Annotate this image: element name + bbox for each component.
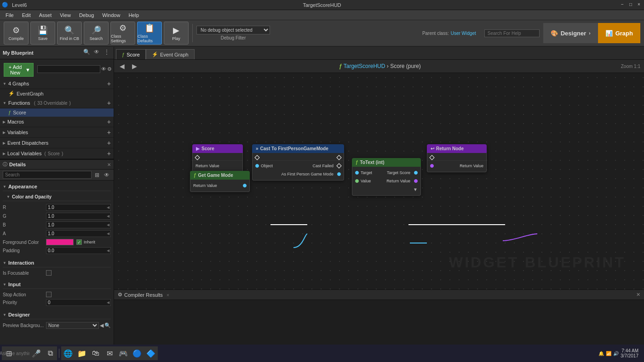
compiler-close-icon[interactable]: ✕ [636, 292, 640, 298]
close-button[interactable]: × [636, 2, 642, 8]
ue4-icon[interactable]: 🎮 [116, 346, 130, 360]
menu-file[interactable]: File [2, 11, 17, 19]
graphs-add-icon[interactable]: + [107, 80, 111, 87]
tab-event-graph[interactable]: ⚡ Event Graph [146, 49, 195, 59]
blueprint-canvas[interactable]: ▶ Score Return Value » Cast To FirstPers… [114, 73, 644, 289]
menu-view[interactable]: View [56, 11, 75, 19]
r-input[interactable]: ◀ [46, 204, 111, 211]
stop-action-checkbox[interactable] [46, 292, 52, 297]
find-in-cb-button[interactable]: 🔍 Find in CB [57, 22, 82, 45]
a-row: A ◀ [3, 229, 111, 238]
back-arrow[interactable]: ◀ [118, 62, 126, 71]
details-search-input[interactable] [3, 171, 92, 179]
ue4-icon-2[interactable]: 🔵 [130, 346, 144, 360]
b-spin-icon[interactable]: ◀ [106, 223, 110, 227]
g-spin-icon[interactable]: ◀ [106, 214, 110, 218]
section-functions[interactable]: Functions ( 33 Overridable ) + [0, 98, 114, 108]
designer-button[interactable]: 🎨 Designer › [543, 23, 598, 43]
search-taskbar-button[interactable] [16, 346, 29, 360]
section-graphs[interactable]: 4 Graphs + [0, 79, 114, 89]
to-text-expand-icon[interactable]: ▼ [413, 187, 418, 192]
section-variables[interactable]: Variables + [0, 127, 114, 138]
preview-bg-search-icon[interactable]: 🔍 [104, 322, 111, 328]
details-grid-icon[interactable]: ⊞ [93, 171, 101, 179]
input-title[interactable]: Input [3, 280, 111, 289]
details-close[interactable]: ✕ [107, 162, 111, 167]
a-spin-icon[interactable]: ◀ [106, 232, 110, 236]
minimize-button[interactable]: − [619, 2, 626, 8]
sidebar-filter-icon[interactable]: ⚙ [107, 66, 112, 72]
compile-button[interactable]: ⚙ Compile [4, 22, 29, 45]
section-local-variables[interactable]: Local Variables ( Score ) + [0, 148, 114, 159]
color-opacity-title[interactable]: Color and Opacity [3, 193, 111, 201]
top-right-area: Parent class: User Widget 🎨 Designer › 📊… [422, 23, 640, 43]
a-input[interactable]: ◀ [46, 230, 111, 237]
menu-edit[interactable]: Edit [18, 11, 34, 19]
menu-window[interactable]: Window [98, 11, 124, 19]
forward-arrow[interactable]: ▶ [130, 62, 139, 71]
details-eye-icon[interactable]: 👁 [103, 171, 111, 179]
section-event-dispatchers[interactable]: Event Dispatchers + [0, 138, 114, 148]
search-help-input[interactable] [484, 29, 540, 37]
interaction-title[interactable]: Interaction [3, 259, 111, 267]
sidebar-search-icon[interactable]: 🔍 [82, 49, 91, 57]
class-defaults-button[interactable]: 📋 Class Defaults [137, 22, 162, 45]
priority-input[interactable]: ◀ [46, 299, 111, 306]
task-view-icon[interactable]: ⧉ [43, 346, 57, 360]
menu-debug[interactable]: Debug [75, 11, 98, 19]
cortana-icon[interactable]: 🎤 [29, 346, 43, 360]
canvas-path-link[interactable]: TargetScoreHUD [344, 63, 385, 69]
priority-spin-icon[interactable]: ◀ [106, 300, 110, 305]
sidebar-eye-icon[interactable]: 👁 [101, 66, 106, 72]
play-button[interactable]: ▶ Play [164, 22, 189, 45]
to-text-node[interactable]: ƒ ToText (int) Target Target Score Value [352, 158, 421, 196]
mail-icon[interactable]: ✉ [103, 346, 116, 360]
functions-add-icon[interactable]: + [107, 99, 111, 107]
notification-icon[interactable]: 🔔 [598, 351, 604, 356]
tab-score[interactable]: ƒ Score [116, 49, 146, 59]
search-button[interactable]: 🔎 Search [84, 22, 109, 45]
extra-icon[interactable]: 🔷 [144, 346, 158, 360]
network-icon: 📶 [606, 351, 611, 356]
graph-button[interactable]: 📊 Graph [598, 23, 640, 43]
padding-spin-icon[interactable]: ◀ [106, 249, 110, 253]
sidebar-item-eventgraph[interactable]: ⚡ EventGraph [0, 89, 114, 98]
inherit-checkbox[interactable]: ✓ [76, 239, 82, 245]
section-macros[interactable]: Macros + [0, 117, 114, 127]
event-dispatchers-add-icon[interactable]: + [107, 139, 111, 147]
get-game-mode-node[interactable]: ƒ Get Game Mode Return Value [190, 171, 250, 192]
sidebar-view-icon[interactable]: 👁 [92, 49, 101, 57]
return-node[interactable]: ↩ Return Node Return Value [427, 144, 487, 172]
sidebar-search-input[interactable] [37, 65, 100, 73]
parent-class-value[interactable]: User Widget [451, 31, 476, 36]
macros-add-icon[interactable]: + [107, 118, 111, 125]
ie-icon[interactable]: 🌐 [61, 346, 75, 360]
store-icon[interactable]: 🛍 [89, 346, 103, 360]
fg-color-swatch[interactable] [46, 239, 74, 245]
variables-add-icon[interactable]: + [107, 129, 111, 136]
file-explorer-icon[interactable]: 📁 [75, 346, 89, 360]
maximize-button[interactable]: □ [627, 2, 634, 8]
sidebar-item-score[interactable]: ƒ Score [0, 108, 114, 117]
local-variables-add-icon[interactable]: + [107, 150, 111, 157]
debug-filter-select[interactable]: No debug object selected [196, 26, 270, 34]
g-input[interactable]: ◀ [46, 213, 111, 220]
add-new-button[interactable]: + Add New ▼ [4, 63, 34, 77]
cast-node[interactable]: » Cast To FirstPersonGameMode Object Cas… [252, 144, 344, 181]
appearance-title[interactable]: Appearance [3, 182, 111, 191]
score-node[interactable]: ▶ Score Return Value [192, 144, 243, 172]
focusable-checkbox[interactable] [46, 270, 52, 276]
compile-icon: ⚙ [12, 25, 20, 35]
preview-bg-left-icon[interactable]: ◀ [100, 322, 104, 328]
save-button[interactable]: 💾 Save [30, 22, 55, 45]
r-spin-icon[interactable]: ◀ [106, 205, 110, 209]
designer-title[interactable]: Designer [3, 311, 111, 319]
sidebar-options-icon[interactable]: ⋮ [103, 49, 111, 57]
padding-input[interactable]: ◀ [46, 247, 111, 254]
menu-asset[interactable]: Asset [35, 11, 56, 19]
volume-icon[interactable]: 🔊 [613, 351, 619, 356]
menu-help[interactable]: Help [125, 11, 143, 19]
preview-bg-select[interactable]: None [46, 322, 99, 329]
class-settings-button[interactable]: ⚙ Class Settings [110, 22, 135, 45]
b-input[interactable]: ◀ [46, 221, 111, 228]
